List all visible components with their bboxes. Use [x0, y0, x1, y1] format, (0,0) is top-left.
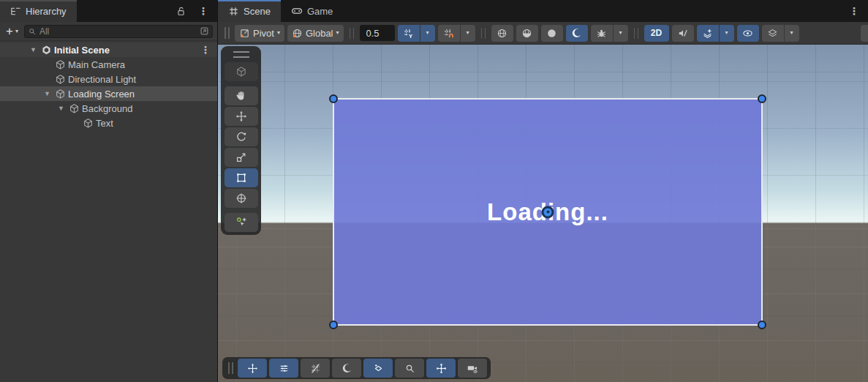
- scene-panel-kebab-menu-icon[interactable]: ⋮: [849, 6, 859, 16]
- scene-lighting-icon: [571, 28, 582, 39]
- transform-tool-button[interactable]: [224, 189, 258, 208]
- lighting-overlay-button[interactable]: [332, 359, 361, 378]
- mode-2d-button[interactable]: 2D: [644, 25, 669, 42]
- tab-game[interactable]: Game: [281, 0, 343, 22]
- custom-tool-button[interactable]: [224, 213, 258, 232]
- transform-tool-icon: [235, 192, 247, 204]
- sliders-icon: [279, 363, 290, 374]
- vertex-snap-button[interactable]: [426, 359, 456, 378]
- camera-preview-icon: [467, 363, 478, 374]
- grid-visibility-dropdown[interactable]: ▾: [420, 25, 435, 42]
- scene-lighting-button[interactable]: [566, 25, 588, 42]
- rect-tool-icon: [235, 172, 247, 184]
- tab-scene[interactable]: Scene: [218, 0, 281, 22]
- scene-kebab-menu-icon[interactable]: ⋮: [200, 45, 217, 55]
- tree-row-directional-light[interactable]: Directional Light: [0, 72, 217, 86]
- grid-axis-icon: Y: [403, 28, 414, 39]
- move-overlay-button[interactable]: [238, 359, 267, 378]
- hierarchy-tabbar: Hierarchy ⋮: [0, 0, 217, 22]
- hand-tool-icon: [235, 90, 247, 102]
- scene-tab-label: Scene: [244, 6, 271, 17]
- snap-settings-group: ▾: [438, 25, 475, 42]
- view-tool-button[interactable]: [224, 62, 258, 81]
- add-gameobject-button[interactable]: + ▾: [4, 25, 20, 37]
- foldout-icon[interactable]: ▼: [28, 46, 39, 53]
- rect-handle-bottom-left[interactable]: [329, 321, 338, 329]
- snap-settings-dropdown[interactable]: ▾: [461, 25, 475, 42]
- toolbar-separator: [350, 28, 354, 39]
- orientation-dropdown[interactable]: Global ▾: [287, 25, 344, 42]
- search-icon: [404, 363, 415, 374]
- effects-icon: [702, 28, 713, 39]
- scene-viewport[interactable]: Loading...: [218, 45, 868, 382]
- svg-text:Y: Y: [409, 32, 412, 38]
- camera-preview-button[interactable]: [458, 359, 487, 378]
- debug-bug-icon: [596, 28, 607, 39]
- shading-solid-button[interactable]: [541, 25, 563, 42]
- move-tool-icon: [247, 363, 258, 374]
- effects-group: ▾: [697, 25, 734, 42]
- clipped-toolbar-button[interactable]: [861, 25, 868, 42]
- debug-button[interactable]: [591, 25, 613, 42]
- scale-tool-button[interactable]: [224, 148, 258, 167]
- prefab-cube-icon: [55, 59, 66, 70]
- rect-handle-bottom-right[interactable]: [758, 321, 766, 329]
- grid-visibility-button[interactable]: Y: [398, 25, 420, 42]
- search-overlay-button[interactable]: [395, 359, 424, 378]
- tree-row-label: Loading Screen: [68, 89, 135, 100]
- debug-dropdown[interactable]: ▾: [614, 25, 628, 42]
- picker-window-icon[interactable]: [200, 26, 209, 36]
- scene-visibility-button[interactable]: [737, 25, 759, 42]
- hierarchy-search-row: + ▾: [0, 22, 217, 41]
- snap-magnet-button[interactable]: [438, 25, 460, 42]
- hand-tool-button[interactable]: [224, 86, 258, 105]
- grid-snapping-button[interactable]: [301, 359, 330, 378]
- rect-tool-button[interactable]: [224, 168, 258, 187]
- pivot-gizmo[interactable]: [542, 206, 554, 218]
- pivot-dropdown[interactable]: Pivot ▾: [235, 25, 284, 42]
- effects-button[interactable]: [697, 25, 719, 42]
- audio-muted-icon: [677, 28, 688, 39]
- layers-icon: [767, 28, 778, 39]
- audio-toggle-button[interactable]: [672, 25, 694, 42]
- tab-hierarchy[interactable]: Hierarchy: [0, 0, 77, 22]
- gizmos-overlay-button[interactable]: [363, 359, 393, 378]
- tree-row-initial-scene[interactable]: ▼ Initial Scene ⋮: [0, 42, 217, 57]
- tree-row-text[interactable]: Text: [0, 116, 217, 130]
- toolbar-separator: [634, 28, 638, 39]
- tool-settings-button[interactable]: [269, 359, 298, 378]
- tools-drag-handle[interactable]: [233, 51, 249, 58]
- tree-row-main-camera[interactable]: Main Camera: [0, 57, 217, 72]
- grid-size-input[interactable]: [360, 25, 395, 41]
- toolbar-drag-handle[interactable]: [224, 27, 230, 39]
- layers-dropdown[interactable]: ▾: [785, 25, 799, 42]
- rect-handle-top-right[interactable]: [758, 94, 766, 103]
- move-tool-button[interactable]: [224, 107, 258, 126]
- tree-row-background[interactable]: ▼ Background: [0, 101, 217, 116]
- rotate-tool-button[interactable]: [224, 127, 258, 146]
- layers-button[interactable]: [762, 25, 784, 42]
- hierarchy-kebab-menu-icon[interactable]: ⋮: [198, 6, 208, 16]
- unlock-icon[interactable]: [176, 6, 186, 17]
- shaded-wireframe-icon: [497, 28, 507, 39]
- hierarchy-search-input[interactable]: [39, 26, 197, 37]
- rect-handle-top-left[interactable]: [329, 94, 338, 103]
- foldout-icon[interactable]: ▼: [42, 90, 53, 97]
- selected-canvas-rect[interactable]: Loading...: [333, 98, 763, 326]
- shaded-icon: [546, 28, 557, 39]
- bottom-tools-drag-handle[interactable]: [228, 362, 233, 374]
- shading-half-button[interactable]: [516, 25, 538, 42]
- effects-dropdown[interactable]: ▾: [720, 25, 734, 42]
- game-tab-gamepad-icon: [291, 5, 303, 17]
- prefab-cube-icon: [83, 118, 94, 129]
- chevron-down-icon: ▾: [336, 30, 339, 36]
- hierarchy-search-field[interactable]: [24, 25, 213, 38]
- move-tool-icon: [235, 111, 247, 122]
- hierarchy-panel: Hierarchy ⋮ + ▾ ▼ Initial Scene: [0, 0, 217, 382]
- unity-editor-window: Hierarchy ⋮ + ▾ ▼ Initial Scene: [0, 0, 868, 382]
- foldout-icon[interactable]: ▼: [56, 105, 67, 112]
- grid-slash-icon: [310, 363, 321, 374]
- shading-wireframe-button[interactable]: [491, 25, 513, 42]
- pivot-icon: [239, 28, 250, 39]
- tree-row-loading-screen[interactable]: ▼ Loading Screen: [0, 86, 217, 101]
